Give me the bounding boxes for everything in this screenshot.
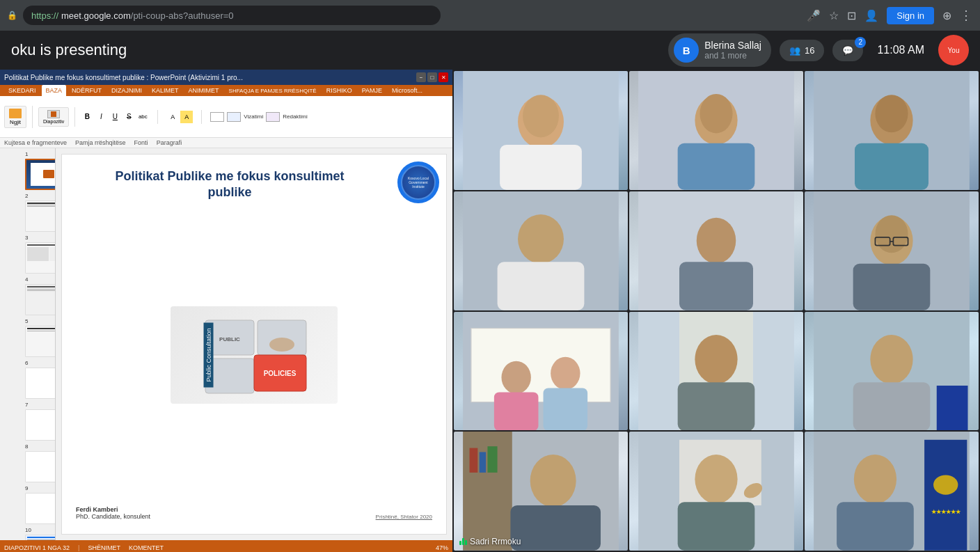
slide-label-6: 6 (25, 360, 52, 366)
participant-tile-12: ★★★★★★ (805, 432, 979, 551)
slide-thumb-2[interactable] (25, 200, 56, 232)
url-secure: https:// (31, 10, 58, 21)
svg-rect-35 (494, 392, 539, 430)
meet-icon[interactable]: ⊕ (942, 9, 951, 22)
slide-thumb-8[interactable] (25, 451, 56, 482)
statusbar-zoom: 47% (436, 544, 448, 551)
highlight-button[interactable]: A (180, 111, 193, 123)
drawing-tools: Vizatimi Redaktimi (210, 112, 307, 122)
tab-dizajnimi[interactable]: DIZAJNIMI (107, 85, 146, 96)
svg-point-55 (695, 455, 737, 504)
slide-thumb-1[interactable] (25, 159, 56, 190)
speaking-indicator (459, 538, 467, 545)
microphone-icon[interactable]: 🎤 (807, 9, 821, 22)
svg-point-13 (700, 94, 732, 134)
ppt-close-btn[interactable]: ✕ (438, 72, 448, 82)
participant-tile-2 (629, 71, 803, 190)
ppt-title: Politikat Publike me fokus konsultimet p… (4, 74, 243, 81)
cast-icon[interactable]: ⊡ (847, 9, 856, 22)
slide-label-1: 1 (25, 151, 52, 157)
main-content: Politikat Publike me fokus konsultimet p… (0, 70, 980, 552)
participant-tile-9 (805, 312, 979, 431)
speaking-bar-3 (465, 540, 467, 545)
italic-button[interactable]: I (95, 111, 107, 123)
url-bar[interactable]: https:// meet.google.com /pti-coup-abs?a… (23, 6, 441, 25)
ppt-maximize-btn[interactable]: □ (427, 72, 437, 82)
slide-thumb-6[interactable] (25, 368, 56, 399)
statusbar-shenim[interactable]: SHËNIMET (88, 544, 120, 551)
slide-thumb-9[interactable] (25, 493, 56, 524)
sign-in-button[interactable]: Sign in (887, 7, 934, 24)
participant-label-sadri: Sadri Rrmoku (459, 537, 521, 546)
slide-thumb-7[interactable] (25, 409, 56, 441)
svg-point-59 (854, 455, 896, 504)
tab-skedari[interactable]: SKEDARI (4, 85, 40, 96)
redaktimi-tool[interactable] (266, 112, 280, 122)
slide-label-2: 2 (25, 193, 52, 199)
tab-shfaqja[interactable]: SHFAQJA E PAMJES RRËSHQITË (225, 85, 321, 96)
bookmark-icon[interactable]: ☆ (829, 9, 839, 22)
time-display: 11:08 AM (877, 44, 924, 56)
person-svg-5 (629, 191, 803, 310)
statusbar-komente[interactable]: KOMENTET (129, 544, 164, 551)
slides-panel[interactable]: 1 2 (0, 148, 56, 540)
ppt-titlebar: Politikat Publike me fokus konsultimet p… (0, 70, 452, 85)
tab-baza[interactable]: BAZA (42, 85, 67, 96)
shape-tool[interactable] (210, 112, 224, 122)
svg-rect-33 (471, 328, 610, 402)
svg-text:★★★★★★: ★★★★★★ (931, 509, 961, 515)
slide-thumb-3[interactable] (25, 242, 56, 274)
svg-point-43 (870, 334, 912, 384)
svg-point-20 (518, 214, 564, 264)
header-right-controls: B Blerina Sallaj and 1 more 👥 16 💬 2 11:… (668, 33, 969, 67)
svg-rect-10 (500, 145, 582, 190)
slide-label-7: 7 (25, 402, 52, 408)
meet-header: oku is presenting B Blerina Sallaj and 1… (0, 31, 980, 70)
svg-rect-48 (470, 448, 478, 473)
ppt-ribbon-tabs: SKEDARI BAZA NDËRFUT DIZAJNIMI KALIMET A… (0, 85, 452, 96)
participant-tile-10: Sadri Rrmoku (454, 432, 628, 551)
slide-thumb-4[interactable] (25, 284, 56, 315)
svg-rect-61 (924, 440, 967, 551)
clipboard-group: Ngjit (4, 106, 33, 128)
tab-pamje[interactable]: PAMJE (358, 85, 386, 96)
diapozitiv-button[interactable]: Diapozitiv (38, 107, 69, 127)
underline-button[interactable]: U (109, 111, 121, 123)
participant-tile-6 (805, 191, 979, 310)
participants-button[interactable]: 👥 16 (780, 40, 824, 61)
tab-nderfut[interactable]: NDËRFUT (68, 85, 106, 96)
subbar-paragrafi: Paragrafi (157, 139, 182, 146)
you-label: You (948, 47, 960, 54)
profile-icon[interactable]: 👤 (864, 9, 878, 22)
strikethrough-button[interactable]: S (122, 111, 135, 123)
svg-rect-45 (937, 385, 968, 430)
bold-button[interactable]: B (81, 111, 93, 123)
slide-thumb-10[interactable] (25, 535, 56, 540)
ppt-statusbar: DIAPOZITIVI 1 NGA 32 | SHËNIMET KOMENTET… (0, 540, 452, 552)
font-size-button[interactable]: abc (136, 111, 149, 123)
ngjit-button[interactable]: Ngjit (4, 106, 26, 128)
presentation-panel: Politikat Publike me fokus konsultimet p… (0, 70, 452, 552)
author-name: Ferdi Kamberi (76, 506, 150, 513)
chat-button[interactable]: 💬 2 (832, 40, 863, 61)
font-color-button[interactable]: A (166, 111, 179, 123)
ppt-minimize-btn[interactable]: − (416, 72, 426, 82)
ppt-window: Politikat Publike me fokus konsultimet p… (0, 70, 452, 552)
slide-thumb-5[interactable] (25, 326, 56, 357)
tab-microsoft[interactable]: Microsoft... (388, 85, 427, 96)
tab-rishiko[interactable]: RISHIKO (322, 85, 356, 96)
chat-icon: 💬 (842, 45, 853, 56)
participant-avatar: B (674, 38, 699, 63)
svg-rect-60 (837, 503, 914, 551)
tab-kalimet[interactable]: KALIMET (148, 85, 183, 96)
vizatimi-tool[interactable] (227, 112, 241, 122)
participant-tile-5 (629, 191, 803, 310)
svg-rect-37 (544, 388, 588, 430)
statusbar-slide-count: DIAPOZITIVI 1 NGA 32 (4, 544, 70, 551)
browser-menu-button[interactable]: ⋮ (960, 8, 973, 23)
participant-info[interactable]: B Blerina Sallaj and 1 more (668, 33, 771, 67)
svg-rect-41 (678, 382, 755, 430)
lock-icon: 🔒 (7, 10, 17, 20)
ppt-subbar: Kujtesa e fragmenteve Pamja rrëshqitëse … (0, 138, 452, 148)
tab-animimet[interactable]: ANIMIMET (184, 85, 223, 96)
